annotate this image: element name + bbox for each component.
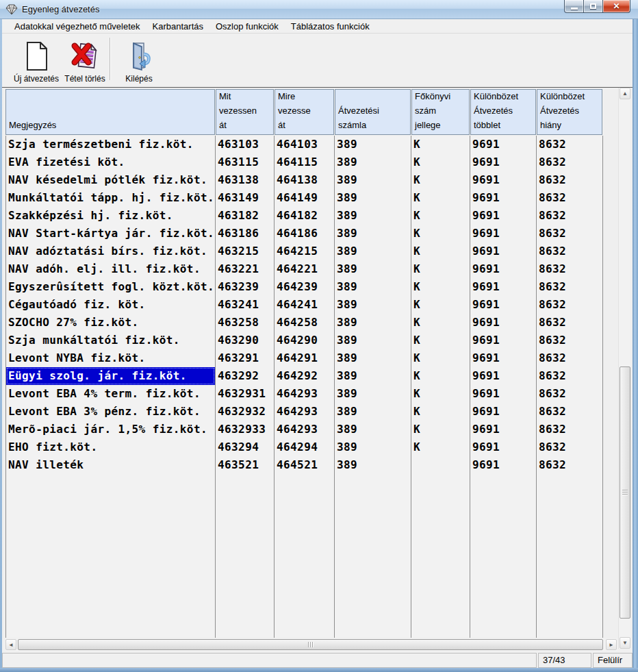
table-cell[interactable]: 463258 bbox=[216, 314, 274, 332]
table-cell[interactable]: 9691 bbox=[470, 225, 536, 242]
table-cell[interactable]: 464115 bbox=[275, 153, 334, 171]
table-cell[interactable]: 389 bbox=[335, 314, 411, 332]
table-cell[interactable]: 8632 bbox=[537, 153, 602, 171]
table-cell[interactable]: 8632 bbox=[537, 171, 602, 189]
table-cell[interactable]: SZOCHO 27% fiz.köt. bbox=[6, 314, 215, 332]
table-cell[interactable]: 9691 bbox=[470, 278, 536, 296]
table-cell[interactable]: Levont EBA 4% term. fiz.köt. bbox=[6, 385, 215, 403]
table-cell[interactable]: 463290 bbox=[216, 332, 274, 349]
table-cell[interactable]: 9691 bbox=[470, 349, 536, 367]
table-cell[interactable]: 8632 bbox=[537, 438, 602, 456]
table-cell[interactable]: 464293 bbox=[275, 421, 334, 438]
table-cell[interactable]: K bbox=[411, 438, 470, 456]
table-cell[interactable]: Szja természetbeni fiz.köt. bbox=[6, 136, 215, 153]
table-cell[interactable]: 389 bbox=[335, 385, 411, 403]
table-cell[interactable]: K bbox=[411, 242, 470, 260]
scroll-up-icon[interactable]: ▲ bbox=[620, 88, 630, 99]
table-cell[interactable]: Merõ-piaci jár. 1,5% fiz.köt. bbox=[6, 421, 215, 438]
table-cell[interactable]: Szja munkáltatói fiz.köt. bbox=[6, 332, 215, 349]
table-cell[interactable]: 463182 bbox=[216, 207, 274, 225]
table-cell[interactable]: 463292 bbox=[216, 367, 274, 385]
table-cell[interactable]: 4632933 bbox=[216, 421, 274, 438]
table-cell[interactable]: NAV Start-kártya jár. fiz.köt. bbox=[6, 225, 215, 242]
table-cell[interactable]: 464138 bbox=[275, 171, 334, 189]
table-cell[interactable]: 463291 bbox=[216, 349, 274, 367]
table-cell[interactable]: 463215 bbox=[216, 242, 274, 260]
table-cell[interactable]: 463186 bbox=[216, 225, 274, 242]
new-transfer-button[interactable]: Új átvezetés bbox=[10, 37, 62, 84]
horizontal-scrollbar[interactable]: ◄ ► bbox=[5, 638, 617, 651]
table-cell[interactable]: EVA fizetési köt. bbox=[6, 153, 215, 171]
table-cell[interactable]: 389 bbox=[335, 189, 411, 207]
table-cell[interactable]: 4632931 bbox=[216, 385, 274, 403]
table-cell[interactable]: 8632 bbox=[537, 136, 602, 153]
table-cell[interactable]: K bbox=[411, 314, 470, 332]
table-cell[interactable]: 464239 bbox=[275, 278, 334, 296]
table-cell[interactable]: 8632 bbox=[537, 296, 602, 314]
column-header-kulonbozet-atvezetes-tobblet[interactable]: KülönbözetÁtvezetéstöbblet bbox=[470, 89, 536, 135]
table-cell[interactable]: K bbox=[411, 189, 470, 207]
vertical-scrollbar[interactable]: ▲ ▼ bbox=[618, 88, 630, 649]
table-cell[interactable]: 9691 bbox=[470, 438, 536, 456]
table-cell[interactable]: NAV adóh. elj. ill. fiz.köt. bbox=[6, 260, 215, 278]
table-cell[interactable]: 464521 bbox=[275, 456, 334, 474]
table-cell[interactable]: 463221 bbox=[216, 260, 274, 278]
table-cell[interactable]: 464241 bbox=[275, 296, 334, 314]
table-cell[interactable]: 464293 bbox=[275, 385, 334, 403]
table-cell[interactable]: 8632 bbox=[537, 189, 602, 207]
scroll-right-icon[interactable]: ► bbox=[606, 639, 617, 650]
table-cell[interactable]: 464215 bbox=[275, 242, 334, 260]
table-cell[interactable]: 464149 bbox=[275, 189, 334, 207]
table-cell[interactable]: 9691 bbox=[470, 136, 536, 153]
table-cell[interactable]: 464294 bbox=[275, 438, 334, 456]
column-header-mire-vezesse-at[interactable]: Mirevezesseát bbox=[275, 89, 334, 135]
table-cell[interactable] bbox=[411, 456, 470, 474]
table-cell[interactable]: Levont NYBA fiz.köt. bbox=[6, 349, 215, 367]
menu-item-1[interactable]: Adatokkal végezhető műveletek bbox=[8, 20, 146, 33]
table-cell[interactable]: 463239 bbox=[216, 278, 274, 296]
table-cell[interactable]: K bbox=[411, 367, 470, 385]
table-cell[interactable]: 389 bbox=[335, 367, 411, 385]
table-cell[interactable]: EHO fizt.köt. bbox=[6, 438, 215, 456]
table-cell[interactable]: 464221 bbox=[275, 260, 334, 278]
table-cell[interactable]: 9691 bbox=[470, 314, 536, 332]
table-cell[interactable]: 389 bbox=[335, 278, 411, 296]
menu-item-4[interactable]: Táblázatos funkciók bbox=[285, 20, 376, 33]
table-cell[interactable]: 4632932 bbox=[216, 403, 274, 421]
minimize-button[interactable] bbox=[564, 0, 584, 13]
table-cell[interactable]: Levont EBA 3% pénz. fiz.köt. bbox=[6, 403, 215, 421]
table-cell[interactable]: Munkáltatói tápp. hj. fiz.köt. bbox=[6, 189, 215, 207]
table-cell[interactable]: 463294 bbox=[216, 438, 274, 456]
table-cell[interactable]: NAV illeték bbox=[6, 456, 215, 474]
table-cell[interactable]: NAV késedelmi pótlék fiz.köt. bbox=[6, 171, 215, 189]
table-cell[interactable]: 9691 bbox=[470, 171, 536, 189]
table-cell[interactable]: Egyszerûsített fogl. közt.köt. bbox=[6, 278, 215, 296]
table-cell[interactable]: 9691 bbox=[470, 367, 536, 385]
table-cell[interactable]: 463138 bbox=[216, 171, 274, 189]
table-cell[interactable]: 464292 bbox=[275, 367, 334, 385]
table-cell[interactable]: 8632 bbox=[537, 403, 602, 421]
table-cell[interactable]: K bbox=[411, 403, 470, 421]
table-cell[interactable]: 464258 bbox=[275, 314, 334, 332]
table-cell[interactable]: K bbox=[411, 225, 470, 242]
table-cell[interactable]: K bbox=[411, 349, 470, 367]
menu-item-3[interactable]: Oszlop funkciók bbox=[209, 20, 285, 33]
delete-item-button[interactable]: Tétel törlés bbox=[64, 37, 106, 84]
table-cell[interactable]: 9691 bbox=[470, 207, 536, 225]
table-cell[interactable]: 8632 bbox=[537, 367, 602, 385]
table-cell[interactable]: 9691 bbox=[470, 456, 536, 474]
scroll-left-icon[interactable]: ◄ bbox=[5, 639, 16, 650]
table-cell[interactable]: 8632 bbox=[537, 349, 602, 367]
table-cell[interactable]: 463241 bbox=[216, 296, 274, 314]
table-cell[interactable]: 9691 bbox=[470, 403, 536, 421]
table-cell[interactable]: 9691 bbox=[470, 332, 536, 349]
table-cell[interactable]: 464291 bbox=[275, 349, 334, 367]
table-cell[interactable]: Cégautóadó fiz. köt. bbox=[6, 296, 215, 314]
table-cell[interactable]: 8632 bbox=[537, 207, 602, 225]
table-cell[interactable]: 389 bbox=[335, 242, 411, 260]
table-cell[interactable]: 389 bbox=[335, 153, 411, 171]
table-cell[interactable]: K bbox=[411, 171, 470, 189]
table-cell[interactable]: 389 bbox=[335, 207, 411, 225]
table-cell[interactable]: 389 bbox=[335, 171, 411, 189]
table-cell[interactable]: 8632 bbox=[537, 278, 602, 296]
